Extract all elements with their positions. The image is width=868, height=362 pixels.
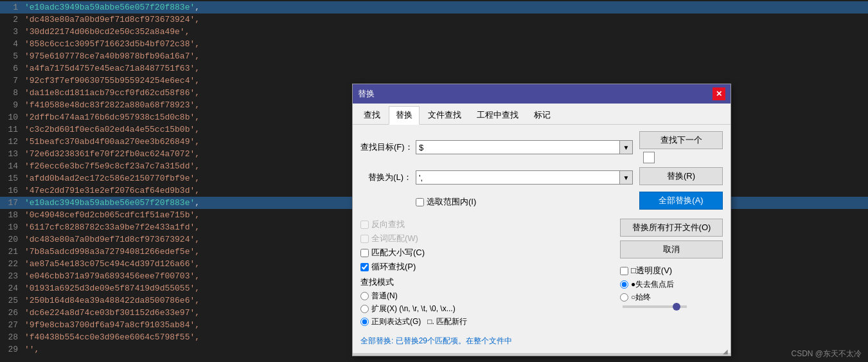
line-content: '01931a6925d3de09e5f87419d9d55055', [24, 282, 200, 294]
lose-focus-row: ●失去焦点后 [620, 279, 723, 290]
find-next-button[interactable]: 查找下一个 [639, 131, 723, 149]
line-number: 19 [0, 221, 24, 233]
replace-row: 替换为(L)： ▼ 替换(R) [360, 167, 723, 188]
normal-radio[interactable] [360, 292, 369, 300]
range-row: 选取范围内(I) 全部替换(A) [416, 192, 723, 212]
replace-label: 替换为(L)： [360, 172, 412, 183]
line-content: '9f9e8cba3700df6a947a8cf91035ab84', [24, 319, 200, 331]
loop-search-row: 循环查找(P) [360, 261, 616, 273]
search-mode-title: 查找模式 [360, 276, 616, 288]
replace-button[interactable]: 替换(R) [639, 167, 723, 185]
transparency-checkbox[interactable] [620, 267, 628, 275]
regex-radio-row: 正则表达式(G) □. 匹配新行 [360, 316, 616, 327]
find-row: 查找目标(F)： ▼ 查找下一个 [360, 131, 723, 163]
line-number: 28 [0, 331, 24, 343]
line-content: 'a4fa7175d4757e45eac71a8487751f63', [24, 62, 200, 75]
tab-project-search[interactable]: 工程中查找 [470, 106, 526, 124]
tab-find[interactable]: 查找 [357, 106, 387, 124]
dialog-titlebar: 替换 ✕ [353, 84, 731, 104]
line-number: 11 [0, 123, 24, 136]
line-number: 8 [0, 87, 24, 99]
line-content: '858c6cc1c3095f716623d5b4bf072c38', [24, 38, 200, 50]
find-label: 查找目标(F)： [360, 141, 412, 153]
extended-radio-label: 扩展(X) (\n, \r, \t, \0, \x...) [371, 303, 456, 314]
line-number: 20 [0, 233, 24, 246]
options-section: 查找模式 普通(N) 扩展(X) (\n, \r, \t, \0, \x...)… [360, 276, 616, 329]
line-content: 'da11e8cd1811acb79ccf0fd62cd58f86', [24, 87, 200, 99]
find-check[interactable] [643, 152, 655, 163]
line-content: '72e6d3238361fe70f22fb0ac624a7072', [24, 148, 200, 160]
right-section: 替换所有打开文件(O) 取消 □透明度(V) ●失去焦点后 ○始终 [620, 219, 723, 329]
line-number: 26 [0, 307, 24, 319]
line-content: '7b8a5adcd998a3a72794081266edef5e', [24, 246, 200, 258]
match-case-row: 匹配大小写(C) [360, 247, 616, 258]
loop-search-label: 循环查找(P) [371, 261, 416, 273]
replace-dropdown-btn[interactable]: ▼ [620, 170, 633, 185]
cancel-button[interactable]: 取消 [620, 240, 723, 258]
regex-radio[interactable] [360, 318, 369, 326]
line-number: 21 [0, 246, 24, 258]
regex-radio-label: 正则表达式(G) [371, 316, 421, 327]
code-line: 3'30dd22174d06b0cd2e50c352a8a49e', [0, 26, 868, 38]
left-section: 反向查找 全词匹配(W) 匹配大小写(C) 循环查找(P) 查找模式 [360, 219, 616, 329]
tab-replace[interactable]: 替换 [389, 106, 420, 125]
replace-buttons: 替换(R) [639, 167, 723, 188]
line-content: 'dc483e80a7a0bd9ef71d8cf973673924', [24, 233, 200, 246]
reverse-search-label: 反向查找 [371, 219, 405, 230]
normal-radio-row: 普通(N) [360, 291, 616, 302]
resize-handle[interactable]: ◢ [723, 348, 731, 356]
line-content: '30dd22174d06b0cd2e50c352a8a49e', [24, 26, 190, 38]
loop-search-checkbox[interactable] [360, 263, 369, 271]
replace-dialog: 替换 ✕ 查找 替换 文件查找 工程中查找 标记 查找目标(F)： ▼ 查找下一… [352, 84, 731, 356]
line-content: '0c49048cef0d2cb065cdfc1f51ae715b', [24, 209, 200, 221]
replace-all-button[interactable]: 全部替换(A) [639, 192, 723, 210]
line-number: 10 [0, 111, 24, 123]
code-line: 6'a4fa7175d4757e45eac71a8487751f63', [0, 62, 868, 75]
transparency-slider[interactable] [623, 305, 687, 308]
watermark-text: CSDN @东天不太冷 [791, 349, 862, 358]
line-number: 6 [0, 62, 24, 75]
whole-word-label: 全词匹配(W) [371, 233, 418, 244]
replace-all-open-button[interactable]: 替换所有打开文件(O) [620, 219, 723, 237]
line-content: 'f26ecc6e3bc7f5e9c8cf23a7c7a315dd', [24, 160, 200, 172]
find-input[interactable] [416, 140, 620, 154]
line-number: 22 [0, 258, 24, 270]
line-content: 'c3c2bd601f0ec6a02ed4a4e55cc15b0b', [24, 123, 200, 136]
whole-word-checkbox[interactable] [360, 235, 369, 243]
always-label: ○始终 [631, 292, 651, 303]
line-number: 3 [0, 26, 24, 38]
line-number: 15 [0, 172, 24, 185]
line-content: 'ae87a54e183c075c494c4d397d126a66', [24, 258, 200, 270]
close-button[interactable]: ✕ [713, 87, 725, 100]
whole-word-row: 全词匹配(W) [360, 233, 616, 244]
find-dropdown-btn[interactable]: ▼ [620, 140, 633, 154]
slider-row [620, 305, 723, 308]
line-content: 'f40438b554cc0e3d96ee6064c5798f55', [24, 331, 200, 343]
line-content: 'afdd0b4ad2ec172c586e2150770fbf9e', [24, 172, 200, 185]
line-content: 'dc483e80a7a0bd9ef71d8cf973673924', [24, 14, 200, 26]
line-number: 25 [0, 294, 24, 307]
transparency-row: □透明度(V) [620, 265, 723, 276]
line-number: 18 [0, 209, 24, 221]
tab-file-search[interactable]: 文件查找 [421, 106, 468, 124]
match-case-checkbox[interactable] [360, 249, 369, 257]
watermark: CSDN @东天不太冷 [784, 346, 868, 362]
replace-input[interactable] [416, 170, 620, 185]
transparency-section: □透明度(V) ●失去焦点后 ○始终 [620, 265, 723, 308]
match-case-label: 匹配大小写(C) [371, 247, 425, 258]
line-number: 24 [0, 282, 24, 294]
dialog-title: 替换 [358, 88, 375, 100]
code-line: 1'e10adc3949ba59abbe56e057f20f883e', [0, 1, 868, 14]
extended-radio[interactable] [360, 305, 369, 313]
line-number: 5 [0, 50, 24, 62]
select-range-checkbox[interactable] [416, 198, 424, 206]
line-content: '', [24, 343, 39, 356]
tab-mark[interactable]: 标记 [527, 106, 558, 124]
line-number: 14 [0, 160, 24, 172]
lose-focus-radio[interactable] [620, 280, 628, 289]
reverse-search-checkbox[interactable] [360, 221, 369, 229]
line-content: '2dffbc474aa176b6dc957938c15d0c8b', [24, 111, 200, 123]
line-content: '250b164d84ea39a488422da8500786e6', [24, 294, 200, 307]
always-radio[interactable] [620, 293, 628, 302]
line-content: 'e046cbb371a979a6893456eee7f00703', [24, 270, 200, 282]
